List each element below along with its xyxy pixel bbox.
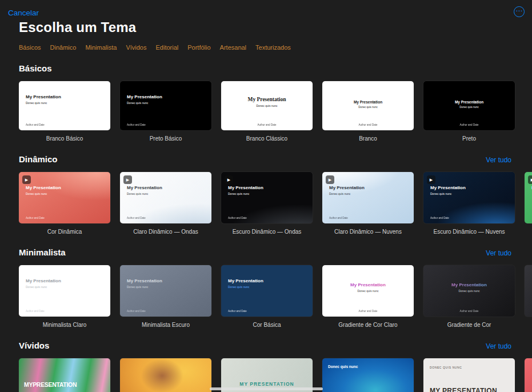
theme-thumb: My Presentation Donec quis nunc Author a… bbox=[120, 81, 211, 130]
theme-card[interactable]: My Presentation Donec quis nunc Author a… bbox=[423, 265, 515, 328]
theme-card[interactable]: ▶ My Presentation bbox=[525, 172, 532, 235]
theme-card[interactable]: ▶ My Presentation Donec quis nunc Author… bbox=[221, 172, 313, 235]
thumb-title: My Presentation bbox=[228, 185, 263, 191]
theme-card[interactable]: My Presentation Donec quis nunc Author a… bbox=[120, 265, 211, 328]
thumb-footer: Author and Date bbox=[26, 310, 45, 313]
theme-card[interactable]: My Presentation Donec quis nunc Author a… bbox=[322, 265, 414, 328]
category-tab-dinamico[interactable]: Dinâmico bbox=[50, 44, 77, 51]
theme-card[interactable]: ▶ My Presentation Donec quis nunc Author… bbox=[120, 172, 211, 235]
theme-card[interactable]: My Presentation Donec quis nunc Author a… bbox=[19, 265, 110, 328]
thumb-subtitle: Donec quis nunc bbox=[26, 285, 47, 289]
category-tab-texturizados[interactable]: Texturizados bbox=[255, 44, 291, 51]
theme-thumb: My Presentation Donec quis nunc Author a… bbox=[322, 265, 414, 317]
thumb-title: MYPRESENTATION bbox=[24, 381, 77, 389]
theme-card[interactable]: My Presentation Donec quis nunc Author a… bbox=[322, 81, 414, 142]
thumb-subtitle: Donec quis nunc bbox=[26, 192, 47, 195]
top-bar: Cancelar ⋯ bbox=[0, 0, 532, 14]
theme-thumb: My Presentation Donec quis nunc Author a… bbox=[19, 81, 110, 130]
play-badge: ▶ bbox=[225, 175, 233, 184]
play-icon: ▶ bbox=[126, 178, 129, 182]
theme-thumb: ▶ My Presentation bbox=[525, 172, 532, 223]
thumb-subtitle: Donec quis nunc bbox=[329, 192, 350, 195]
theme-label: Escuro Dinâmico — Ondas bbox=[221, 229, 313, 235]
theme-thumb: Donec quis nunc bbox=[322, 358, 414, 392]
section-minimalista: Minimalista Ver tudo My Presentation Don… bbox=[0, 247, 532, 328]
theme-thumb: My Presentation Donec quis nunc Author a… bbox=[322, 81, 414, 130]
theme-label: Minimalista Escuro bbox=[120, 322, 211, 328]
thumb-title: My Presentation bbox=[322, 100, 414, 105]
thumb-subtitle: Donec quis nunc bbox=[26, 101, 47, 105]
section-title: Minimalista bbox=[19, 247, 66, 257]
section-title: Dinâmico bbox=[19, 154, 58, 164]
thumb-title: Donec quis nunc bbox=[328, 365, 358, 369]
thumb-footer: Author and Date bbox=[228, 310, 247, 313]
thumb-footer: Author and Date bbox=[423, 123, 515, 126]
theme-card[interactable]: My Presentation Donec quis nunc Author a… bbox=[120, 81, 211, 142]
category-tab-minimalista[interactable]: Minimalista bbox=[85, 44, 117, 51]
theme-thumb: ▶ My Presentation Donec quis nunc Author… bbox=[423, 172, 515, 223]
thumb-subtitle: Donec quis nunc bbox=[423, 106, 515, 109]
thumb-title: MY PRESENTATION bbox=[430, 387, 497, 392]
thumb-footer: Author and Date bbox=[127, 123, 146, 126]
theme-thumb: ▶ My Presentation Donec quis nunc Author… bbox=[19, 172, 110, 223]
theme-thumb: My Presentation Donec quis nunc Author a… bbox=[423, 265, 515, 317]
theme-thumb: ▶ My Presentation Donec quis nunc Author… bbox=[221, 172, 313, 223]
cancel-button[interactable]: Cancelar bbox=[8, 9, 39, 17]
thumb-footer: Author and Date bbox=[430, 217, 449, 219]
theme-label: Gradiente de Cor Claro bbox=[322, 322, 414, 328]
theme-thumb: My Presentation Donec quis nunc Author a… bbox=[423, 81, 515, 130]
thumb-title: My Presentation bbox=[221, 97, 313, 103]
thumb-subtitle: Donec quis nunc bbox=[322, 106, 414, 109]
theme-card[interactable] bbox=[525, 265, 532, 328]
thumb-footer: Author and Date bbox=[221, 123, 313, 126]
home-indicator[interactable] bbox=[210, 387, 323, 390]
thumb-subtitle: Donec quis nunc bbox=[127, 285, 148, 289]
ellipsis-circle-icon: ⋯ bbox=[515, 7, 523, 14]
theme-card[interactable] bbox=[525, 358, 532, 392]
play-badge: ▶ bbox=[528, 175, 532, 184]
thumb-title: My Presentation bbox=[26, 94, 61, 100]
theme-label: Escuro Dinâmico — Nuvens bbox=[423, 229, 515, 235]
theme-thumb bbox=[525, 358, 532, 392]
thumb-subtitle: Donec quis nunc bbox=[322, 289, 414, 293]
see-all-link[interactable]: Ver tudo bbox=[486, 156, 511, 164]
thumb-title: My Presentation bbox=[228, 278, 263, 284]
theme-row: ▶ My Presentation Donec quis nunc Author… bbox=[0, 172, 532, 235]
theme-card[interactable]: DONEC QUIS NUNC MY PRESENTATION bbox=[423, 358, 515, 392]
see-all-link[interactable]: Ver tudo bbox=[486, 342, 511, 350]
theme-thumb: My Presentation Donec quis nunc Author a… bbox=[19, 265, 110, 317]
play-icon: ▶ bbox=[430, 178, 433, 182]
theme-card[interactable]: My Presentation Donec quis nunc Author a… bbox=[221, 265, 313, 328]
theme-card[interactable]: My Presentation Donec quis nunc Author a… bbox=[19, 81, 110, 142]
thumb-title: My Presentation bbox=[26, 278, 61, 284]
theme-card[interactable]: ▶ My Presentation Donec quis nunc Author… bbox=[423, 172, 515, 235]
theme-card[interactable]: My Presentation Donec quis nunc Author a… bbox=[221, 81, 313, 142]
thumb-title: MY PRESENTATION bbox=[221, 381, 313, 387]
more-options-button[interactable]: ⋯ bbox=[514, 6, 525, 17]
theme-card[interactable]: ▶ My Presentation Donec quis nunc Author… bbox=[322, 172, 414, 235]
theme-label: Gradiente de Cor bbox=[423, 322, 515, 328]
category-tab-portfolio[interactable]: Portfólio bbox=[187, 44, 210, 51]
theme-card[interactable]: My Presentation Donec quis nunc Author a… bbox=[423, 81, 515, 142]
category-tab-artesanal[interactable]: Artesanal bbox=[220, 44, 246, 51]
theme-thumb: MY PRESENTATION bbox=[120, 358, 211, 392]
thumb-subtitle: Donec quis nunc bbox=[127, 192, 148, 195]
category-tab-basicos[interactable]: Básicos bbox=[19, 44, 41, 51]
thumb-footer: Author and Date bbox=[423, 310, 515, 313]
thumb-footer: Author and Date bbox=[127, 217, 146, 219]
theme-card[interactable]: Donec quis nunc bbox=[322, 358, 414, 392]
theme-thumb: ▶ My Presentation Donec quis nunc Author… bbox=[120, 172, 211, 223]
see-all-link[interactable]: Ver tudo bbox=[486, 249, 511, 257]
theme-thumb bbox=[525, 265, 532, 317]
theme-label: Cor Básica bbox=[221, 322, 313, 328]
thumb-subtitle: Donec quis nunc bbox=[430, 192, 451, 195]
theme-card[interactable]: MYPRESENTATION bbox=[19, 358, 110, 392]
thumb-title: My Presentation bbox=[127, 185, 162, 191]
theme-card[interactable]: ▶ My Presentation Donec quis nunc Author… bbox=[19, 172, 110, 235]
theme-card[interactable]: MY PRESENTATION bbox=[120, 358, 211, 392]
category-tab-vividos[interactable]: Vívidos bbox=[126, 44, 146, 51]
thumb-footer: Author and Date bbox=[228, 217, 247, 219]
thumb-footer: Author and Date bbox=[26, 123, 45, 126]
thumb-title: My Presentation bbox=[430, 185, 466, 191]
category-tab-editorial[interactable]: Editorial bbox=[155, 44, 178, 51]
